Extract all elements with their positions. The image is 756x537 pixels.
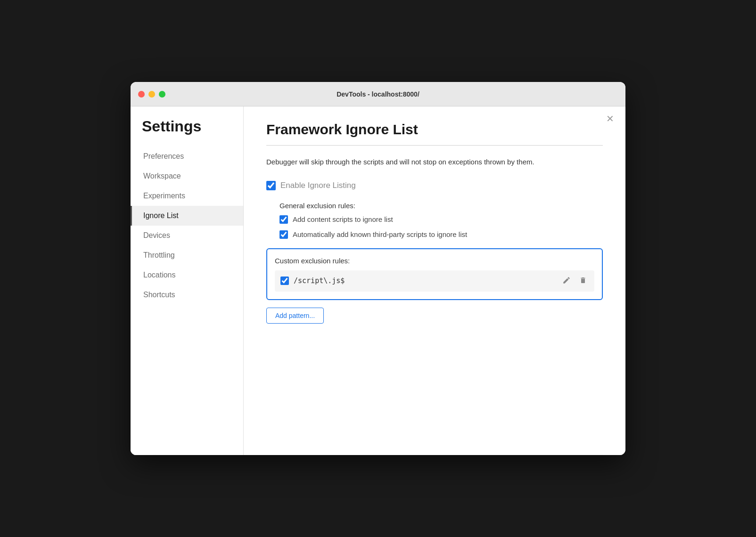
- sidebar-item-shortcuts[interactable]: Shortcuts: [131, 285, 243, 305]
- delete-rule-button[interactable]: [577, 275, 589, 287]
- close-window-button[interactable]: [138, 91, 145, 98]
- custom-rule-checkbox-0[interactable]: [280, 277, 289, 285]
- enable-ignore-listing-checkbox[interactable]: [266, 181, 276, 190]
- general-section-label: General exclusion rules:: [279, 202, 603, 210]
- maximize-window-button[interactable]: [159, 91, 165, 98]
- sidebar-item-preferences[interactable]: Preferences: [131, 146, 243, 166]
- add-pattern-button[interactable]: Add pattern...: [266, 308, 324, 324]
- window-controls: [138, 91, 165, 98]
- general-exclusion-section: General exclusion rules: Add content scr…: [266, 202, 603, 239]
- description-text: Debugger will skip through the scripts a…: [266, 157, 603, 168]
- custom-exclusion-rules-box: Custom exclusion rules: /script\.js$: [266, 248, 603, 300]
- close-panel-button[interactable]: ✕: [606, 114, 614, 123]
- trash-icon: [579, 276, 587, 285]
- enable-ignore-listing-label[interactable]: Enable Ignore Listing: [280, 181, 356, 190]
- sidebar-item-locations[interactable]: Locations: [131, 265, 243, 285]
- window-title: DevTools - localhost:8000/: [337, 90, 419, 98]
- devtools-window: DevTools - localhost:8000/ Settings Pref…: [131, 82, 625, 455]
- sidebar-item-throttling[interactable]: Throttling: [131, 245, 243, 265]
- general-rule-checkbox-1[interactable]: [279, 230, 288, 239]
- sidebar-item-ignore-list[interactable]: Ignore List: [131, 206, 243, 226]
- general-rule-checkbox-0[interactable]: [279, 215, 288, 224]
- general-rule-row-0: Add content scripts to ignore list: [279, 215, 603, 224]
- titlebar: DevTools - localhost:8000/: [131, 82, 625, 106]
- general-rule-label-1[interactable]: Automatically add known third-party scri…: [293, 230, 467, 238]
- sidebar-item-experiments[interactable]: Experiments: [131, 186, 243, 206]
- sidebar: Settings Preferences Workspace Experimen…: [131, 106, 244, 455]
- sidebar-item-workspace[interactable]: Workspace: [131, 166, 243, 186]
- custom-rule-pattern-0: /script\.js$: [294, 277, 556, 285]
- general-rules-list: Add content scripts to ignore list Autom…: [279, 215, 603, 239]
- main-content: ✕ Framework Ignore List Debugger will sk…: [244, 106, 625, 455]
- pencil-icon: [562, 276, 571, 285]
- rule-action-buttons: [560, 275, 589, 287]
- custom-rule-row-0: /script\.js$: [275, 270, 594, 292]
- enable-ignore-listing-row: Enable Ignore Listing: [266, 181, 603, 190]
- edit-rule-button[interactable]: [560, 275, 573, 287]
- page-title: Framework Ignore List: [266, 122, 603, 138]
- custom-section-label: Custom exclusion rules:: [275, 257, 594, 265]
- divider: [266, 145, 603, 146]
- sidebar-heading: Settings: [131, 118, 243, 146]
- general-rule-row-1: Automatically add known third-party scri…: [279, 230, 603, 239]
- minimize-window-button[interactable]: [148, 91, 155, 98]
- sidebar-item-devices[interactable]: Devices: [131, 226, 243, 245]
- general-rule-label-0[interactable]: Add content scripts to ignore list: [293, 215, 393, 223]
- window-body: Settings Preferences Workspace Experimen…: [131, 106, 625, 455]
